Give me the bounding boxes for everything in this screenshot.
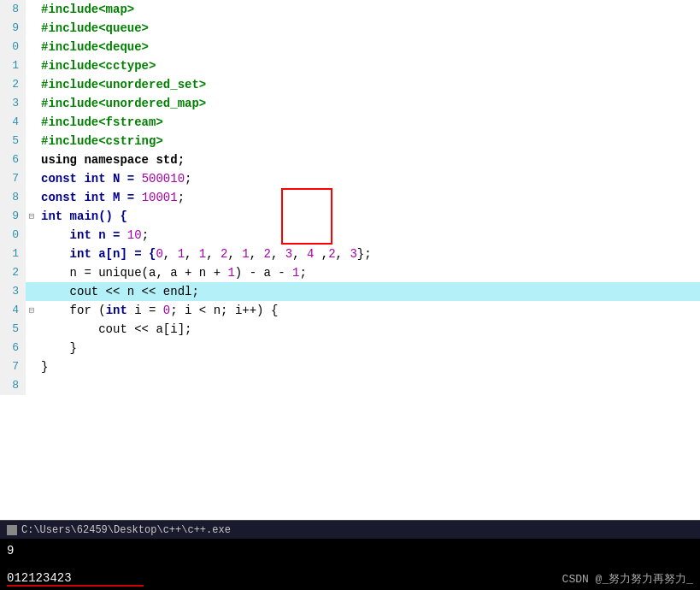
fold-icon[interactable] <box>26 94 38 113</box>
code-line: 2 n = unique(a, a + n + 1) - a - 1; <box>0 263 700 282</box>
fold-icon[interactable] <box>26 38 38 56</box>
line-number: 0 <box>0 226 26 245</box>
code-line: 2#include<unordered_set> <box>0 75 700 94</box>
line-number: 8 <box>0 188 26 207</box>
code-content: #include<fstream> <box>38 113 700 132</box>
fold-icon[interactable] <box>26 282 38 301</box>
line-number: 4 <box>0 301 26 320</box>
code-editor: 8#include<map>9#include<queue>0#include<… <box>0 0 700 520</box>
csdn-label: CSDN @_努力努力再努力_ <box>562 571 693 587</box>
code-content: cout << a[i]; <box>38 320 700 339</box>
line-number: 3 <box>0 94 26 113</box>
fold-icon[interactable] <box>26 0 38 19</box>
line-number: 3 <box>0 282 26 301</box>
code-content: const int N = 500010; <box>38 169 700 188</box>
code-line: 7const int N = 500010; <box>0 169 700 188</box>
fold-icon[interactable] <box>26 245 38 263</box>
code-content: n = unique(a, a + n + 1) - a - 1; <box>38 263 700 282</box>
code-content: #include<cctype> <box>38 56 700 75</box>
terminal-footer: 012123423 CSDN @_努力努力再努力_ <box>7 571 693 587</box>
code-line: 5#include<cstring> <box>0 132 700 150</box>
fold-icon[interactable] <box>26 75 38 94</box>
fold-icon[interactable] <box>26 19 38 38</box>
fold-icon[interactable]: ⊟ <box>26 207 38 226</box>
line-number: 6 <box>0 150 26 169</box>
code-line: 0#include<deque> <box>0 38 700 56</box>
code-line: 8const int M = 10001; <box>0 188 700 207</box>
fold-icon[interactable] <box>26 132 38 150</box>
code-line: 9⊟int main() { <box>0 207 700 226</box>
fold-icon[interactable] <box>26 56 38 75</box>
fold-icon[interactable] <box>26 188 38 207</box>
code-content: #include<deque> <box>38 38 700 56</box>
line-number: 0 <box>0 38 26 56</box>
code-content: int main() { <box>38 207 700 226</box>
code-content: #include<unordered_map> <box>38 94 700 113</box>
terminal-output-line1: 9 <box>7 542 693 559</box>
taskbar-path: C:\Users\62459\Desktop\c++\c++.exe <box>21 524 231 536</box>
line-number: 8 <box>0 376 26 395</box>
code-line: 1#include<cctype> <box>0 56 700 75</box>
code-line: 3 cout << n << endl; <box>0 282 700 301</box>
code-content: #include<unordered_set> <box>38 75 700 94</box>
code-line: 4#include<fstream> <box>0 113 700 132</box>
taskbar-icon <box>7 525 17 535</box>
code-content: #include<cstring> <box>38 132 700 150</box>
code-line: 9#include<queue> <box>0 19 700 38</box>
line-number: 5 <box>0 132 26 150</box>
code-content <box>38 376 700 395</box>
line-number: 1 <box>0 245 26 263</box>
line-number: 9 <box>0 207 26 226</box>
line-number: 5 <box>0 320 26 339</box>
code-line: 8#include<map> <box>0 0 700 19</box>
code-content: cout << n << endl; <box>38 282 700 301</box>
line-number: 9 <box>0 19 26 38</box>
code-line: 4⊟ for (int i = 0; i < n; i++) { <box>0 301 700 320</box>
line-number: 1 <box>0 56 26 75</box>
code-line: 6 } <box>0 339 700 357</box>
code-content: int a[n] = {0, 1, 1, 2, 1, 2, 3, 4 ,2, 3… <box>38 245 700 263</box>
line-number: 2 <box>0 75 26 94</box>
code-content: int n = 10; <box>38 226 700 245</box>
code-line: 6using namespace std; <box>0 150 700 169</box>
code-line: 5 cout << a[i]; <box>0 320 700 339</box>
fold-icon[interactable] <box>26 169 38 188</box>
code-content: using namespace std; <box>38 150 700 169</box>
code-content: const int M = 10001; <box>38 188 700 207</box>
line-number: 4 <box>0 113 26 132</box>
line-number: 8 <box>0 0 26 19</box>
code-line: 0 int n = 10; <box>0 226 700 245</box>
fold-icon[interactable] <box>26 150 38 169</box>
fold-icon[interactable] <box>26 376 38 395</box>
line-number: 7 <box>0 169 26 188</box>
fold-icon[interactable] <box>26 263 38 282</box>
terminal-output-line2: 012123423 <box>7 571 144 587</box>
code-content: } <box>38 339 700 357</box>
fold-icon[interactable] <box>26 226 38 245</box>
code-line: 7} <box>0 357 700 376</box>
code-content: for (int i = 0; i < n; i++) { <box>38 301 700 320</box>
terminal: 9 012123423 CSDN @_努力努力再努力_ <box>0 539 700 590</box>
code-line: 8 <box>0 376 700 395</box>
line-number: 7 <box>0 357 26 376</box>
fold-icon[interactable] <box>26 339 38 357</box>
code-line: 1 int a[n] = {0, 1, 1, 2, 1, 2, 3, 4 ,2,… <box>0 245 700 263</box>
line-number: 2 <box>0 263 26 282</box>
code-line: 3#include<unordered_map> <box>0 94 700 113</box>
code-content: } <box>38 357 700 376</box>
fold-icon[interactable] <box>26 113 38 132</box>
code-content: #include<queue> <box>38 19 700 38</box>
fold-icon[interactable]: ⊟ <box>26 301 38 320</box>
taskbar: C:\Users\62459\Desktop\c++\c++.exe <box>0 520 700 539</box>
code-content: #include<map> <box>38 0 700 19</box>
line-number: 6 <box>0 339 26 357</box>
fold-icon[interactable] <box>26 357 38 376</box>
fold-icon[interactable] <box>26 320 38 339</box>
